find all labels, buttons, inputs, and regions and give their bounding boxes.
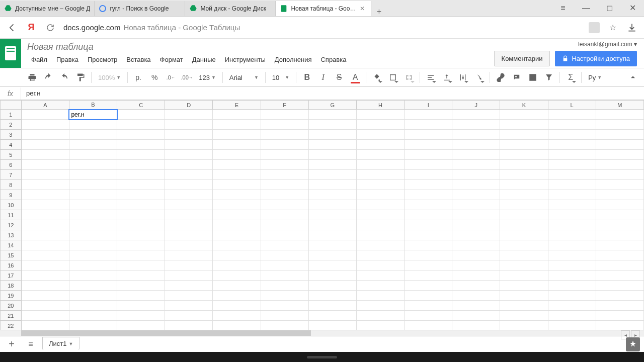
cell-B14[interactable] bbox=[69, 240, 117, 250]
row-header[interactable]: 4 bbox=[1, 140, 22, 150]
menu-view[interactable]: Просмотр bbox=[84, 54, 121, 65]
cell-D3[interactable] bbox=[165, 130, 213, 140]
cell-B6[interactable] bbox=[69, 160, 117, 170]
cell-G11[interactable] bbox=[308, 210, 356, 220]
bold-button[interactable]: B bbox=[300, 70, 314, 84]
cell-L12[interactable] bbox=[548, 220, 596, 230]
cell-L20[interactable] bbox=[548, 301, 596, 311]
bookmark-icon[interactable]: ☆ bbox=[607, 22, 619, 34]
cell-A3[interactable] bbox=[21, 130, 69, 140]
cell-E18[interactable] bbox=[213, 281, 261, 291]
cell-I2[interactable] bbox=[405, 120, 452, 130]
cell-C16[interactable] bbox=[117, 260, 165, 270]
cell-J11[interactable] bbox=[452, 210, 500, 220]
cell-D22[interactable] bbox=[165, 321, 213, 330]
cell-K13[interactable] bbox=[500, 230, 548, 240]
cell-G17[interactable] bbox=[308, 270, 356, 281]
redo-button[interactable] bbox=[57, 70, 71, 84]
cell-G7[interactable] bbox=[308, 170, 356, 180]
cell-H17[interactable] bbox=[356, 270, 404, 281]
cell-L18[interactable] bbox=[548, 281, 596, 291]
row-header[interactable]: 20 bbox=[1, 301, 22, 311]
cell-M19[interactable] bbox=[596, 291, 643, 301]
cell-L15[interactable] bbox=[548, 250, 596, 260]
cell-L3[interactable] bbox=[548, 130, 596, 140]
insert-link-button[interactable] bbox=[494, 70, 508, 84]
row-header[interactable]: 16 bbox=[1, 260, 22, 270]
cell-J4[interactable] bbox=[452, 140, 500, 150]
cell-C22[interactable] bbox=[117, 321, 165, 330]
row-header[interactable]: 2 bbox=[1, 120, 22, 130]
more-formats-select[interactable]: 123▼ bbox=[196, 74, 219, 81]
cell-G13[interactable] bbox=[308, 230, 356, 240]
site-info-icon[interactable] bbox=[589, 22, 600, 33]
cell-editor[interactable] bbox=[69, 110, 116, 119]
cell-M20[interactable] bbox=[596, 301, 643, 311]
cell-J19[interactable] bbox=[452, 291, 500, 301]
cell-G3[interactable] bbox=[308, 130, 356, 140]
italic-button[interactable]: I bbox=[316, 70, 330, 84]
cell-I13[interactable] bbox=[405, 230, 452, 240]
cell-H13[interactable] bbox=[356, 230, 404, 240]
cell-H20[interactable] bbox=[356, 301, 404, 311]
cell-C2[interactable] bbox=[117, 120, 165, 130]
cell-C19[interactable] bbox=[117, 291, 165, 301]
cell-K7[interactable] bbox=[500, 170, 548, 180]
cell-J9[interactable] bbox=[452, 190, 500, 200]
cell-B8[interactable] bbox=[69, 180, 117, 190]
cell-M17[interactable] bbox=[596, 270, 643, 281]
column-header[interactable]: F bbox=[261, 101, 308, 110]
cell-J20[interactable] bbox=[452, 301, 500, 311]
cell-M13[interactable] bbox=[596, 230, 643, 240]
cell-K3[interactable] bbox=[500, 130, 548, 140]
downloads-icon[interactable] bbox=[626, 22, 638, 34]
select-all-cell[interactable] bbox=[1, 101, 22, 110]
cell-B2[interactable] bbox=[69, 120, 117, 130]
cell-K20[interactable] bbox=[500, 301, 548, 311]
menu-file[interactable]: Файл bbox=[27, 54, 51, 65]
cell-B20[interactable] bbox=[69, 301, 117, 311]
row-header[interactable]: 7 bbox=[1, 170, 22, 180]
cell-K16[interactable] bbox=[500, 260, 548, 270]
column-header[interactable]: G bbox=[308, 101, 356, 110]
cell-D4[interactable] bbox=[165, 140, 213, 150]
cell-K19[interactable] bbox=[500, 291, 548, 301]
cell-L5[interactable] bbox=[548, 150, 596, 160]
cell-J22[interactable] bbox=[452, 321, 500, 330]
cell-E9[interactable] bbox=[213, 190, 261, 200]
cell-F11[interactable] bbox=[261, 210, 308, 220]
cell-B3[interactable] bbox=[69, 130, 117, 140]
insert-chart-button[interactable] bbox=[526, 70, 540, 84]
cell-F9[interactable] bbox=[261, 190, 308, 200]
cell-G12[interactable] bbox=[308, 220, 356, 230]
cell-C8[interactable] bbox=[117, 180, 165, 190]
cell-G10[interactable] bbox=[308, 200, 356, 210]
cell-F18[interactable] bbox=[261, 281, 308, 291]
cell-B18[interactable] bbox=[69, 281, 117, 291]
cell-H12[interactable] bbox=[356, 220, 404, 230]
cell-H1[interactable] bbox=[356, 110, 404, 120]
cell-D1[interactable] bbox=[165, 110, 213, 120]
row-header[interactable]: 10 bbox=[1, 200, 22, 210]
cell-E2[interactable] bbox=[213, 120, 261, 130]
cell-A14[interactable] bbox=[21, 240, 69, 250]
cell-B22[interactable] bbox=[69, 321, 117, 330]
cell-F4[interactable] bbox=[261, 140, 308, 150]
cell-D12[interactable] bbox=[165, 220, 213, 230]
cell-H11[interactable] bbox=[356, 210, 404, 220]
merge-cells-button[interactable] bbox=[402, 70, 416, 84]
cell-I19[interactable] bbox=[405, 291, 452, 301]
cell-D7[interactable] bbox=[165, 170, 213, 180]
row-header[interactable]: 11 bbox=[1, 210, 22, 220]
cell-C1[interactable] bbox=[117, 110, 165, 120]
all-sheets-button[interactable]: ≡ bbox=[23, 338, 38, 351]
cell-M12[interactable] bbox=[596, 220, 643, 230]
cell-K10[interactable] bbox=[500, 200, 548, 210]
cell-B9[interactable] bbox=[69, 190, 117, 200]
cell-K4[interactable] bbox=[500, 140, 548, 150]
cell-G9[interactable] bbox=[308, 190, 356, 200]
cell-L11[interactable] bbox=[548, 210, 596, 220]
document-title[interactable]: Новая таблица bbox=[27, 42, 494, 52]
cell-E7[interactable] bbox=[213, 170, 261, 180]
cell-D13[interactable] bbox=[165, 230, 213, 240]
